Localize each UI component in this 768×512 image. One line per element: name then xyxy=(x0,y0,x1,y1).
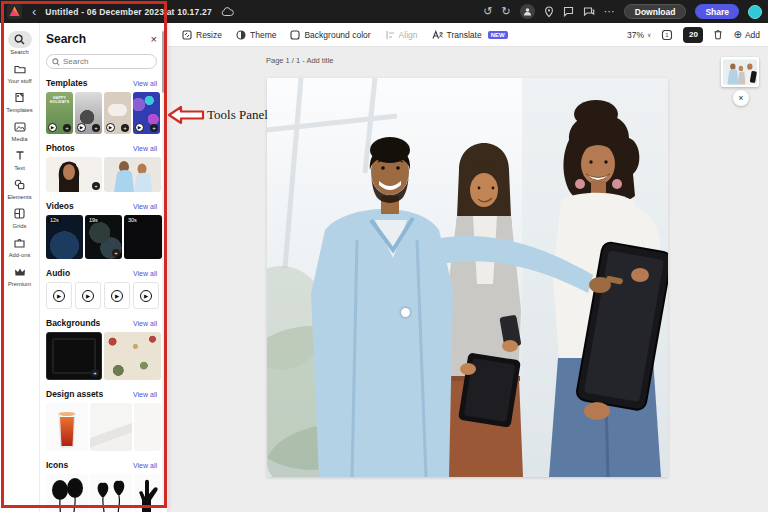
sidebar-item-add-ons[interactable]: Add-ons xyxy=(0,234,40,258)
share-button[interactable]: Share xyxy=(695,4,739,19)
sidebar-item-templates[interactable]: Templates xyxy=(0,89,40,113)
add-page-button[interactable]: ⊕ Add xyxy=(733,29,760,40)
premium-badge: + xyxy=(92,182,100,190)
sidebar-item-text[interactable]: Text xyxy=(0,147,40,171)
template-thumbnail-2[interactable]: ▶ + xyxy=(75,92,102,134)
sidebar-item-premium[interactable]: Premium xyxy=(0,263,40,287)
photo-thumbnail-2[interactable] xyxy=(104,157,161,192)
sidebar-item-search[interactable]: Search xyxy=(0,31,40,55)
search-input-wrapper xyxy=(46,54,157,69)
view-all-photos[interactable]: View all xyxy=(133,145,157,152)
background-color-button[interactable]: Background color xyxy=(290,30,370,40)
photo-thumbnail-1[interactable]: + xyxy=(46,157,102,192)
play-icon: ▶ xyxy=(82,290,94,302)
play-icon: ▶ xyxy=(53,290,65,302)
resize-icon xyxy=(182,30,192,40)
svg-text:1: 1 xyxy=(666,32,670,38)
download-button[interactable]: Download xyxy=(624,4,687,19)
duration-badge: 12s xyxy=(48,217,61,223)
collaborator-cursor-dot xyxy=(401,308,410,317)
undo-button[interactable]: ↺ xyxy=(483,0,492,23)
canvas-toolbar: Resize Theme Background color Align Tran… xyxy=(168,23,768,47)
back-button[interactable]: ‹ xyxy=(32,2,36,22)
design-asset-thumbnail-1[interactable] xyxy=(46,403,88,451)
presence-avatar-button[interactable] xyxy=(520,4,535,19)
background-thumbnail-2[interactable] xyxy=(104,332,161,380)
premium-badge: + xyxy=(91,369,99,377)
duplicate-page-button[interactable]: 1 xyxy=(661,29,673,41)
icon-thumbnail-balloons[interactable] xyxy=(46,474,88,512)
design-asset-thumbnail-2[interactable] xyxy=(90,403,132,451)
tools-rail: Search Your stuff Templates Media Text E… xyxy=(0,23,40,512)
delete-page-button[interactable] xyxy=(713,29,723,40)
canvas-image[interactable] xyxy=(267,78,668,477)
premium-badge: + xyxy=(112,249,120,257)
translate-button[interactable]: Translate NEW xyxy=(432,30,508,40)
icon-thumbnail-hand[interactable] xyxy=(134,474,161,512)
sidebar-item-grids[interactable]: Grids xyxy=(0,205,40,229)
audio-thumbnail-4[interactable]: ▶ xyxy=(133,282,159,309)
play-icon: ▶ xyxy=(140,290,152,302)
audio-thumbnail-3[interactable]: ▶ xyxy=(104,282,130,309)
comment-button[interactable] xyxy=(563,6,574,17)
duration-badge: 30s xyxy=(126,217,139,223)
zoom-level-dropdown[interactable]: 37% ∨ xyxy=(627,30,651,40)
play-icon: ▶ xyxy=(111,290,123,302)
template-thumbnail-1[interactable]: HAPPY HOLIDAYS ▶ + xyxy=(46,92,73,134)
design-asset-thumbnail-3[interactable] xyxy=(134,403,161,451)
video-thumbnail-3[interactable]: 30s xyxy=(124,215,162,259)
view-all-backgrounds[interactable]: View all xyxy=(133,320,157,327)
page-thumbnail[interactable] xyxy=(721,57,759,87)
background-color-icon xyxy=(290,30,300,40)
panel-title: Search xyxy=(46,32,86,46)
view-all-templates[interactable]: View all xyxy=(133,80,157,87)
theme-icon xyxy=(236,30,246,40)
premium-badge: + xyxy=(121,124,129,132)
align-button[interactable]: Align xyxy=(385,30,418,40)
crown-icon xyxy=(8,263,32,280)
template-thumbnail-3[interactable]: ▶ + xyxy=(104,92,131,134)
adobe-express-logo[interactable] xyxy=(7,4,22,19)
theme-button[interactable]: Theme xyxy=(236,30,276,40)
scrollbar-thumb[interactable] xyxy=(162,31,166,93)
redo-button[interactable]: ↻ xyxy=(502,0,511,23)
chevron-down-icon: ∨ xyxy=(647,31,651,38)
annotation-label: Tools Panel xyxy=(207,107,268,123)
user-avatar[interactable] xyxy=(748,5,762,19)
sidebar-item-elements[interactable]: Elements xyxy=(0,176,40,200)
view-all-design-assets[interactable]: View all xyxy=(133,391,157,398)
icon-thumbnail-heart-balloons[interactable] xyxy=(90,474,132,512)
close-panel-button[interactable]: × xyxy=(151,34,157,44)
video-thumbnail-2[interactable]: 19s + xyxy=(85,215,122,259)
panel-scrollbar[interactable] xyxy=(162,29,166,507)
audio-thumbnail-2[interactable]: ▶ xyxy=(75,282,101,309)
folder-icon xyxy=(8,60,32,77)
pin-button[interactable] xyxy=(544,6,554,18)
view-all-videos[interactable]: View all xyxy=(133,203,157,210)
background-thumbnail-1[interactable]: + xyxy=(46,332,102,380)
audio-thumbnail-1[interactable]: ▶ xyxy=(46,282,72,309)
page-duration-button[interactable]: 20 xyxy=(683,27,703,43)
photo-three-people-tablet xyxy=(267,78,668,477)
video-thumbnail-1[interactable]: 12s xyxy=(46,215,83,259)
search-icon xyxy=(8,31,32,48)
more-options-button[interactable]: ⋯ xyxy=(604,0,615,23)
cloud-sync-icon xyxy=(221,7,234,17)
close-thumbnail-button[interactable]: × xyxy=(733,90,749,106)
document-title[interactable]: Untitled - 06 December 2023 at 10.17.27 xyxy=(45,7,212,17)
resize-button[interactable]: Resize xyxy=(182,30,222,40)
feedback-button[interactable] xyxy=(583,6,595,17)
premium-badge: + xyxy=(92,124,100,132)
sidebar-item-media[interactable]: Media xyxy=(0,118,40,142)
template-thumbnail-4[interactable]: ▶ + xyxy=(133,92,160,134)
add-ons-icon xyxy=(8,234,32,251)
play-icon: ▶ xyxy=(106,123,115,132)
media-icon xyxy=(8,118,32,135)
sidebar-item-your-stuff[interactable]: Your stuff xyxy=(0,60,40,84)
view-all-audio[interactable]: View all xyxy=(133,270,157,277)
section-title-templates: Templates xyxy=(46,78,87,88)
view-all-icons[interactable]: View all xyxy=(133,462,157,469)
search-input[interactable] xyxy=(63,57,143,66)
page-title-label[interactable]: Page 1 / 1 - Add title xyxy=(266,56,334,65)
new-badge: NEW xyxy=(488,31,508,39)
